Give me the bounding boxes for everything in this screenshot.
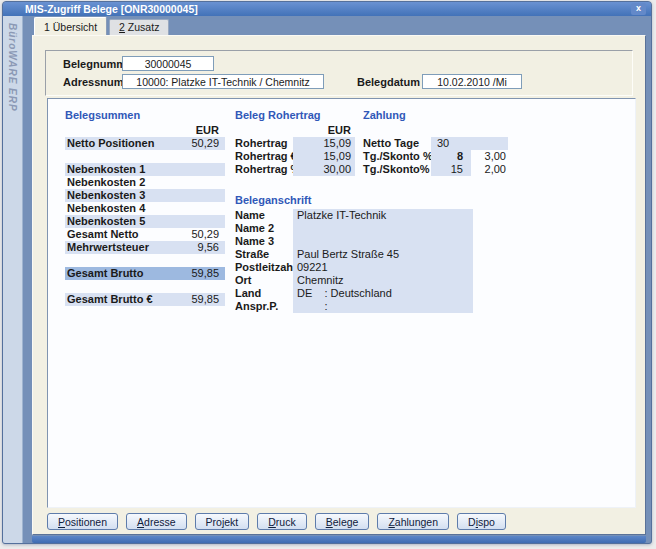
spacer — [363, 124, 513, 137]
main-column: 1 Übersicht 2 Zusatz Belegnummer Adressn… — [23, 16, 651, 544]
brand-strip: BüroWARE ERP — [3, 16, 23, 544]
belegsummen-eur-header: EUR — [65, 124, 225, 137]
content-panel: Belegnummer Adressnummer Belegdatum Bele… — [32, 35, 646, 535]
bottom-frame-pad — [32, 543, 646, 544]
table-row-selected: Gesamt Brutto59,85 — [65, 267, 225, 280]
table-row: Mehrwertsteuer9,56 — [65, 241, 225, 254]
close-icon[interactable]: x — [631, 3, 646, 15]
table-row: Nebenkosten 1 — [65, 163, 225, 176]
table-row: Netto Tage30 — [363, 137, 513, 150]
tab-uebersicht[interactable]: 1 Übersicht — [34, 17, 107, 35]
projekt-button[interactable]: Projekt — [195, 513, 250, 530]
tab-zusatz[interactable]: 2 Zusatz — [109, 19, 169, 35]
belegsummen-heading: Belegsummen — [65, 109, 225, 124]
belegdatum-input[interactable] — [422, 74, 522, 89]
adressnummer-input[interactable] — [122, 74, 324, 89]
zahlungen-button[interactable]: Zahlungen — [377, 513, 449, 530]
belegdatum-label: Belegdatum — [357, 76, 420, 89]
table-row: Rohertrag €15,09 — [235, 150, 355, 163]
table-row: StraßePaul Bertz Straße 45 — [235, 248, 475, 261]
table-row: Gesamt Brutto €59,85 — [65, 293, 225, 306]
beleganschrift-heading: Beleganschrift — [235, 194, 475, 209]
section-zahlung: Zahlung Netto Tage30 Tg./Skonto %83,00 T… — [363, 109, 513, 176]
table-row: Nebenkosten 4 — [65, 202, 225, 215]
action-button-row: Positionen Adresse Projekt Druck Belege … — [47, 513, 506, 530]
table-row: Tg./Skonto%152,00 — [363, 163, 513, 176]
table-row: Rohertrag %30,00 — [235, 163, 355, 176]
druck-button[interactable]: Druck — [257, 513, 306, 530]
belege-button[interactable]: Belege — [315, 513, 370, 530]
rohertrag-heading: Beleg Rohertrag — [235, 109, 355, 124]
zahlung-heading: Zahlung — [363, 109, 513, 124]
section-belegsummen: Belegsummen EUR Netto Positionen50,29 Ne… — [65, 109, 225, 306]
table-row: Nebenkosten 3 — [65, 189, 225, 202]
table-row: NamePlatzke IT-Technik — [235, 209, 475, 222]
rohertrag-eur-header: EUR — [235, 124, 355, 137]
section-beleganschrift: Beleganschrift NamePlatzke IT-Technik Na… — [235, 194, 475, 313]
table-row: OrtChemnitz — [235, 274, 475, 287]
brand-text: BüroWARE ERP — [7, 16, 18, 112]
title-bar: MIS-Zugriff Belege [ONR30000045] x — [3, 2, 651, 16]
table-row: Gesamt Netto50,29 — [65, 228, 225, 241]
app-window: MIS-Zugriff Belege [ONR30000045] x BüroW… — [2, 1, 652, 544]
dispo-button[interactable]: Dispo — [457, 513, 506, 530]
table-row: Tg./Skonto %83,00 — [363, 150, 513, 163]
table-row: Nebenkosten 5 — [65, 215, 225, 228]
document-header-groupbox: Belegnummer Adressnummer Belegdatum — [45, 50, 633, 96]
data-panel: Belegsummen EUR Netto Positionen50,29 Ne… — [47, 98, 636, 508]
table-row: LandDE : Deutschland — [235, 287, 475, 300]
positionen-button[interactable]: Positionen — [47, 513, 118, 530]
tab-strip: 1 Übersicht 2 Zusatz — [32, 16, 646, 35]
table-row: Netto Positionen50,29 — [65, 137, 225, 150]
table-row: Rohertrag15,09 — [235, 137, 355, 150]
table-row: Name 2 — [235, 222, 475, 235]
table-row: Name 3 — [235, 235, 475, 248]
table-row: Postleitzahl09221 — [235, 261, 475, 274]
bottom-status-bar — [32, 536, 646, 543]
section-rohertrag: Beleg Rohertrag EUR Rohertrag15,09 Roher… — [235, 109, 355, 176]
table-row: Anspr.P. : — [235, 300, 475, 313]
window-body: BüroWARE ERP 1 Übersicht 2 Zusatz Belegn… — [3, 16, 651, 544]
window-title: MIS-Zugriff Belege [ONR30000045] — [25, 3, 198, 15]
adresse-button[interactable]: Adresse — [126, 513, 187, 530]
table-row: Nebenkosten 2 — [65, 176, 225, 189]
belegnummer-input[interactable] — [122, 56, 214, 71]
